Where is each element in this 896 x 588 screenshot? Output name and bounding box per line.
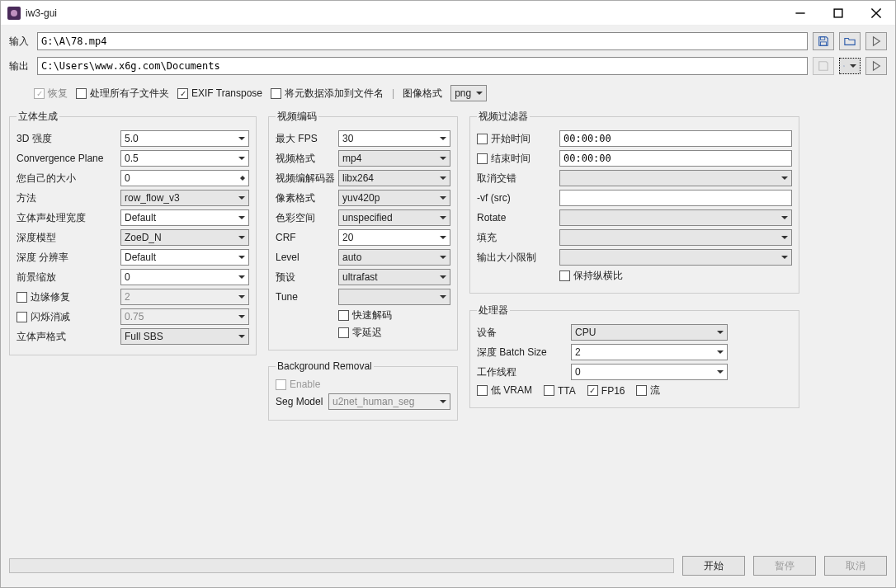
content: 输入 输出 ✓恢复 处理所有子文件夹 ✓EXIF Transpose 将元数据添… xyxy=(1,26,895,587)
vformat-select[interactable]: mp4 xyxy=(338,150,450,167)
processor-fieldset: 处理器 设备CPU 深度 Batch Size2 工作线程0 低 VRAM TT… xyxy=(469,303,799,408)
start-input[interactable] xyxy=(559,130,792,147)
threads-select[interactable]: 0 xyxy=(571,364,728,380)
batch-select[interactable]: 2 xyxy=(571,344,728,360)
close-button[interactable] xyxy=(857,1,895,25)
stereo-fieldset: 立体生成 3D 强度5.0 Convergence Plane0.5 您自己的大… xyxy=(9,110,257,355)
fp16-checkbox[interactable]: ✓FP16 xyxy=(587,385,625,397)
output-browse-button[interactable] xyxy=(839,58,861,74)
fastdec-checkbox[interactable]: 快速解码 xyxy=(338,308,392,322)
level-select[interactable]: auto xyxy=(338,249,450,266)
edge-checkbox[interactable]: 边缘修复 xyxy=(17,290,120,304)
cancel-button: 取消 xyxy=(824,556,887,576)
preset-select[interactable]: ultrafast xyxy=(338,269,450,285)
maximize-button[interactable] xyxy=(819,1,857,25)
app-window: iw3-gui 输入 输出 ✓恢复 处理所有子文件夹 ✓EXIF Transpo xyxy=(0,0,896,588)
image-format-label: 图像格式 xyxy=(403,87,442,101)
metadata-checkbox[interactable]: 将元数据添加到文件名 xyxy=(271,87,384,101)
rotate-select[interactable] xyxy=(559,209,792,226)
tune-select[interactable] xyxy=(338,289,450,305)
device-select[interactable]: CPU xyxy=(571,324,728,341)
deint-select[interactable] xyxy=(559,170,792,186)
tta-checkbox[interactable]: TTA xyxy=(544,385,576,397)
depthmodel-select[interactable]: ZoeD_N xyxy=(120,229,249,246)
output-play-button[interactable] xyxy=(865,57,887,75)
codec-select[interactable]: libx264 xyxy=(338,170,450,186)
encoding-fieldset: 视频编码 最大 FPS30 视频格式mp4 视频编解码器libx264 像素格式… xyxy=(268,110,458,350)
start-button[interactable]: 开始 xyxy=(682,556,745,576)
pause-button: 暂停 xyxy=(753,556,816,576)
vf-input[interactable] xyxy=(559,190,792,206)
input-browse-button[interactable] xyxy=(839,32,861,50)
method-select[interactable]: row_flow_v3 xyxy=(120,190,249,206)
minimize-button[interactable] xyxy=(781,1,819,25)
crf-select[interactable]: 20 xyxy=(338,229,450,246)
options-row: ✓恢复 处理所有子文件夹 ✓EXIF Transpose 将元数据添加到文件名 … xyxy=(9,82,887,105)
end-checkbox[interactable]: 结束时间 xyxy=(477,152,559,166)
zerolat-checkbox[interactable]: 零延迟 xyxy=(338,326,382,340)
strength-select[interactable]: 5.0 xyxy=(120,130,249,147)
convergence-select[interactable]: 0.5 xyxy=(120,150,249,167)
bgrem-model-select: u2net_human_seg xyxy=(328,393,450,410)
restore-checkbox: ✓恢复 xyxy=(34,87,68,101)
ownsize-spin[interactable]: 0 xyxy=(120,170,249,186)
output-save-button[interactable] xyxy=(813,57,834,75)
bgrem-fieldset: Background Removal Enable Seg Modelu2net… xyxy=(268,360,458,421)
color-select[interactable]: unspecified xyxy=(338,209,450,226)
progress-bar xyxy=(9,558,674,573)
subfolders-checkbox[interactable]: 处理所有子文件夹 xyxy=(76,87,169,101)
output-label: 输出 xyxy=(9,59,32,73)
limit-select[interactable] xyxy=(559,249,792,266)
stream-checkbox[interactable]: 流 xyxy=(636,383,660,397)
flicker-checkbox[interactable]: 闪烁消减 xyxy=(17,310,120,324)
end-input[interactable] xyxy=(559,150,792,167)
image-format-select[interactable]: png xyxy=(450,85,487,101)
app-icon xyxy=(7,7,21,20)
bgrem-enable-checkbox: Enable xyxy=(276,379,320,390)
start-checkbox[interactable]: 开始时间 xyxy=(477,132,559,146)
output-field[interactable] xyxy=(37,57,808,75)
fg-select[interactable]: 0 xyxy=(120,269,249,285)
input-save-button[interactable] xyxy=(813,32,834,50)
stereoformat-select[interactable]: Full SBS xyxy=(120,328,249,345)
input-label: 输入 xyxy=(9,35,32,49)
edge-select: 2 xyxy=(120,289,249,305)
filters-fieldset: 视频过滤器 开始时间 结束时间 取消交错 -vf (src) Rotate 填充… xyxy=(469,110,799,294)
width-select[interactable]: Default xyxy=(120,209,249,226)
keepar-checkbox[interactable]: 保持纵横比 xyxy=(559,269,623,283)
input-play-button[interactable] xyxy=(865,32,887,50)
lowvram-checkbox[interactable]: 低 VRAM xyxy=(477,383,532,397)
depthres-select[interactable]: Default xyxy=(120,249,249,266)
pix-select[interactable]: yuv420p xyxy=(338,190,450,206)
input-field[interactable] xyxy=(37,32,808,50)
pad-select[interactable] xyxy=(559,229,792,246)
svg-rect-5 xyxy=(821,42,827,45)
fps-select[interactable]: 30 xyxy=(338,130,450,147)
flicker-select: 0.75 xyxy=(120,308,249,325)
exif-checkbox[interactable]: ✓EXIF Transpose xyxy=(177,87,262,99)
svg-rect-1 xyxy=(834,9,842,17)
bottom-bar: 开始 暂停 取消 xyxy=(9,551,887,581)
titlebar: iw3-gui xyxy=(1,1,895,26)
window-title: iw3-gui xyxy=(26,7,781,19)
